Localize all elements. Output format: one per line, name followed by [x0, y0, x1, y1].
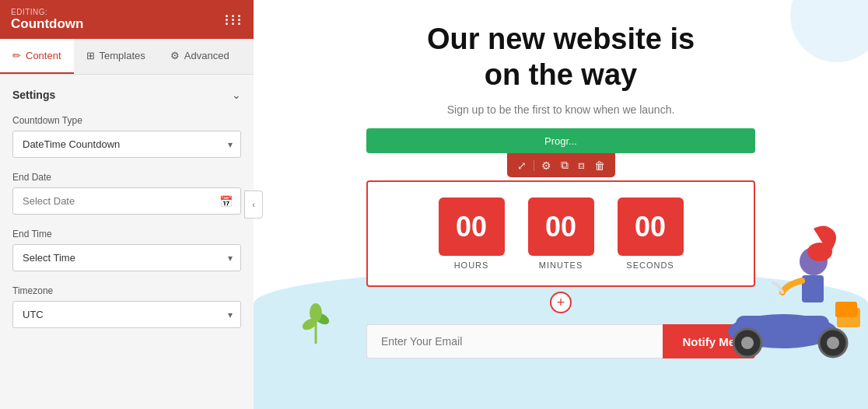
hours-box: 00 — [439, 198, 505, 256]
timezone-field: Timezone UTC EST PST GMT ▾ — [12, 285, 241, 328]
panel-body: Settings ⌄ Countdown Type DateTime Count… — [0, 75, 254, 409]
end-time-select-wrap: Select Time 12:00 AM 12:30 AM ▾ — [12, 244, 241, 271]
right-content: Our new website is on the way Sign up to… — [254, 0, 868, 409]
plant-decoration — [300, 297, 331, 347]
toolbar-save-icon[interactable]: ⧉ — [558, 157, 571, 173]
end-date-field: End Date 📅 — [12, 172, 241, 215]
svg-point-8 — [827, 337, 839, 349]
scooter-illustration — [705, 215, 868, 370]
widget-toolbar: ⤢ ⚙ ⧉ ⧈ 🗑 — [507, 153, 615, 177]
panel-title: Countdown — [11, 16, 83, 32]
timezone-select[interactable]: UTC EST PST GMT — [13, 302, 240, 327]
seconds-label: SECONDS — [626, 260, 674, 270]
toolbar-delete-icon[interactable]: 🗑 — [592, 158, 607, 173]
add-element-button[interactable]: + — [550, 292, 572, 313]
calendar-icon[interactable]: 📅 — [212, 195, 240, 208]
hero-subtitle: Sign up to be the first to know when we … — [300, 103, 821, 116]
seconds-box: 00 — [618, 198, 684, 256]
svg-rect-2 — [802, 275, 824, 302]
tab-advanced[interactable]: ⚙ Advanced — [158, 39, 242, 74]
tabs-row: ✏ Content ⊞ Templates ⚙ Advanced — [0, 39, 254, 75]
progress-label: Progr... — [544, 135, 577, 147]
hours-label: HOURS — [454, 260, 489, 270]
countdown-type-select-wrap: DateTime Countdown Evergreen Countdown ▾ — [12, 131, 241, 158]
svg-point-14 — [310, 303, 322, 322]
end-time-select[interactable]: Select Time 12:00 AM 12:30 AM — [13, 245, 240, 271]
panel-header: EDITING: Countdown — [0, 0, 254, 39]
editing-label: EDITING: — [11, 8, 83, 16]
timezone-label: Timezone — [12, 285, 241, 296]
date-input[interactable] — [13, 188, 212, 214]
svg-rect-10 — [835, 302, 857, 317]
settings-section-header: Settings ⌄ — [12, 89, 241, 101]
cta-row: Notify Me — [366, 324, 755, 358]
email-input[interactable] — [366, 324, 663, 358]
tab-templates[interactable]: ⊞ Templates — [74, 39, 158, 74]
progress-bar: Progr... — [366, 128, 755, 153]
settings-title: Settings — [12, 89, 55, 101]
date-input-wrap: 📅 — [12, 187, 241, 215]
end-date-label: End Date — [12, 172, 241, 183]
countdown-hours: 00 HOURS — [439, 198, 505, 270]
content-tab-icon: ✏ — [12, 50, 21, 61]
toolbar-divider — [534, 160, 534, 171]
minutes-box: 00 — [528, 198, 594, 256]
tab-content[interactable]: ✏ Content — [0, 39, 74, 74]
toolbar-settings-icon[interactable]: ⚙ — [539, 158, 554, 173]
toolbar-move-icon[interactable]: ⤢ — [515, 158, 529, 173]
countdown-type-select[interactable]: DateTime Countdown Evergreen Countdown — [13, 131, 240, 157]
countdown-widget: 00 HOURS 00 MINUTES 00 SECONDS — [366, 180, 755, 287]
end-time-field: End Time Select Time 12:00 AM 12:30 AM ▾ — [12, 229, 241, 271]
left-panel: EDITING: Countdown ✏ Content ⊞ Templates… — [0, 0, 254, 409]
hero-section: Our new website is on the way Sign up to… — [254, 0, 868, 128]
end-time-label: End Time — [12, 229, 241, 239]
minutes-label: MINUTES — [539, 260, 583, 270]
collapse-panel-button[interactable]: ‹ — [244, 191, 263, 218]
templates-tab-icon: ⊞ — [86, 50, 95, 61]
toolbar-duplicate-icon[interactable]: ⧈ — [576, 157, 587, 173]
advanced-tab-icon: ⚙ — [170, 50, 180, 61]
countdown-type-field: Countdown Type DateTime Countdown Evergr… — [12, 115, 241, 158]
hero-title: Our new website is on the way — [300, 22, 821, 93]
countdown-seconds: 00 SECONDS — [618, 198, 684, 270]
timezone-select-wrap: UTC EST PST GMT ▾ — [12, 301, 241, 328]
chevron-down-icon[interactable]: ⌄ — [232, 89, 241, 101]
svg-point-6 — [741, 337, 754, 349]
countdown-minutes: 00 MINUTES — [528, 198, 594, 270]
countdown-type-label: Countdown Type — [12, 115, 241, 126]
grid-menu-icon[interactable] — [226, 15, 243, 25]
